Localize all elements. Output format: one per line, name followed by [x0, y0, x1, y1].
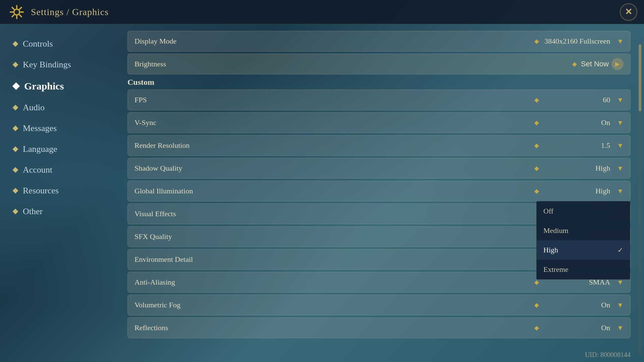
main-container: Controls Key Bindings Graphics Audio Mes… [0, 24, 644, 362]
diamond-icon: ◆ [534, 96, 539, 104]
shadow-quality-row[interactable]: Shadow Quality ◆ High ▼ [127, 158, 631, 179]
brightness-label: Brightness [135, 60, 572, 68]
render-resolution-value: 1.5 [543, 141, 610, 150]
global-illumination-value-section: ◆ High ▼ [534, 187, 624, 195]
fps-value-section: ◆ 60 ▼ [534, 96, 624, 104]
shadow-quality-value-section: ◆ High ▼ [534, 164, 624, 173]
sidebar-item-controls[interactable]: Controls [7, 34, 114, 54]
vsync-value-section: ◆ On ▼ [534, 118, 624, 127]
diamond-icon: ◆ [534, 301, 539, 309]
sidebar-item-messages[interactable]: Messages [7, 119, 114, 138]
set-now-button[interactable]: Set Now ▶ [581, 58, 624, 70]
svg-line-6 [20, 15, 21, 16]
dot-icon [13, 167, 18, 173]
close-button[interactable]: ✕ [620, 3, 637, 21]
dropdown-arrow-icon: ▼ [617, 324, 624, 332]
environment-detail-label: Environment Detail [135, 255, 548, 264]
diamond-icon: ◆ [534, 142, 539, 149]
volumetric-fog-value-section: ◆ On ▼ [534, 301, 624, 309]
svg-line-5 [12, 7, 14, 9]
volumetric-fog-row[interactable]: Volumetric Fog ◆ On ▼ [127, 295, 631, 315]
diamond-icon: ◆ [534, 38, 539, 45]
global-illumination-value: High [543, 187, 610, 195]
display-mode-label: Display Mode [135, 37, 534, 46]
dot-icon [13, 41, 18, 47]
diamond-icon: ◆ [534, 119, 539, 126]
vsync-value: On [543, 118, 610, 127]
global-illumination-dropdown: Off Medium High ✓ Extreme [536, 201, 630, 280]
volumetric-fog-label: Volumetric Fog [135, 301, 534, 309]
sidebar-item-key-bindings[interactable]: Key Bindings [7, 55, 114, 74]
sidebar-item-resources[interactable]: Resources [7, 181, 114, 200]
dropdown-arrow-icon: ▼ [617, 96, 624, 104]
dropdown-arrow-icon: ▼ [617, 187, 624, 195]
sidebar-item-language[interactable]: Language [7, 139, 114, 159]
dropdown-option-extreme[interactable]: Extreme [537, 260, 630, 279]
dropdown-arrow-icon: ▼ [617, 38, 624, 45]
dot-icon [13, 188, 18, 194]
scrollbar-thumb[interactable] [639, 44, 641, 111]
reflections-value: On [543, 323, 610, 332]
brightness-row[interactable]: Brightness ◆ Set Now ▶ [127, 54, 631, 74]
brightness-value-section: ◆ Set Now ▶ [572, 58, 624, 70]
dropdown-option-medium[interactable]: Medium [537, 221, 630, 240]
dropdown-arrow-icon: ▼ [617, 301, 624, 309]
display-mode-value: 3840x2160 Fullscreen [543, 37, 610, 46]
fps-value: 60 [543, 96, 610, 104]
scrollbar-track[interactable] [639, 44, 641, 355]
dot-icon [13, 126, 18, 131]
volumetric-fog-value: On [543, 301, 610, 309]
shadow-quality-label: Shadow Quality [135, 164, 534, 173]
shadow-quality-value: High [543, 164, 610, 173]
render-resolution-label: Render Resolution [135, 141, 534, 150]
diamond-icon: ◆ [534, 187, 539, 195]
settings-content: Display Mode ◆ 3840x2160 Fullscreen ▼ Br… [121, 24, 644, 362]
reflections-row[interactable]: Reflections ◆ On ▼ [127, 317, 631, 338]
render-resolution-value-section: ◆ 1.5 ▼ [534, 141, 624, 150]
visual-effects-label: Visual Effects [135, 209, 548, 218]
custom-section-label: Custom [127, 78, 631, 87]
dropdown-arrow-icon: ▼ [617, 119, 624, 127]
sfx-quality-label: SFX Quality [135, 232, 548, 241]
dot-icon [13, 209, 18, 215]
sidebar-item-graphics[interactable]: Graphics [7, 76, 114, 97]
reflections-value-section: ◆ On ▼ [534, 323, 624, 332]
diamond-icon: ◆ [534, 165, 539, 172]
check-mark-icon: ✓ [618, 246, 623, 254]
vsync-row[interactable]: V-Sync ◆ On ▼ [127, 112, 631, 133]
display-mode-row[interactable]: Display Mode ◆ 3840x2160 Fullscreen ▼ [127, 31, 631, 52]
dot-icon [13, 146, 18, 152]
global-illumination-row[interactable]: Global Illumination ◆ High ▼ Off Medium … [127, 181, 631, 201]
dropdown-arrow-icon: ▼ [617, 165, 624, 172]
page-title: Settings / Graphics [31, 7, 109, 17]
anti-aliasing-label: Anti-Aliasing [135, 278, 534, 287]
fps-row[interactable]: FPS ◆ 60 ▼ [127, 89, 631, 110]
dot-icon [13, 62, 18, 68]
reflections-label: Reflections [135, 323, 534, 332]
svg-line-8 [12, 15, 14, 16]
uid-label: UID: 800008144 [585, 351, 631, 359]
sidebar-item-other[interactable]: Other [7, 202, 114, 221]
render-resolution-row[interactable]: Render Resolution ◆ 1.5 ▼ [127, 135, 631, 156]
diamond-icon: ◆ [534, 279, 539, 286]
settings-icon [8, 3, 25, 21]
sidebar-item-account[interactable]: Account [7, 160, 114, 180]
svg-line-7 [20, 7, 21, 9]
dropdown-arrow-icon: ▼ [617, 142, 624, 149]
display-mode-value-section: ◆ 3840x2160 Fullscreen ▼ [534, 37, 624, 46]
arrow-circle-icon: ▶ [611, 58, 624, 70]
vsync-label: V-Sync [135, 118, 534, 127]
fps-label: FPS [135, 96, 534, 104]
svg-point-0 [14, 9, 19, 15]
diamond-icon: ◆ [572, 60, 577, 68]
dropdown-option-off[interactable]: Off [537, 201, 630, 221]
sidebar: Controls Key Bindings Graphics Audio Mes… [0, 24, 121, 362]
global-illumination-label: Global Illumination [135, 187, 534, 195]
dropdown-option-high[interactable]: High ✓ [537, 240, 630, 260]
dot-icon [13, 105, 18, 111]
sidebar-item-audio[interactable]: Audio [7, 98, 114, 117]
header: Settings / Graphics ✕ [0, 0, 644, 24]
dot-icon [12, 82, 20, 90]
diamond-icon: ◆ [534, 324, 539, 331]
